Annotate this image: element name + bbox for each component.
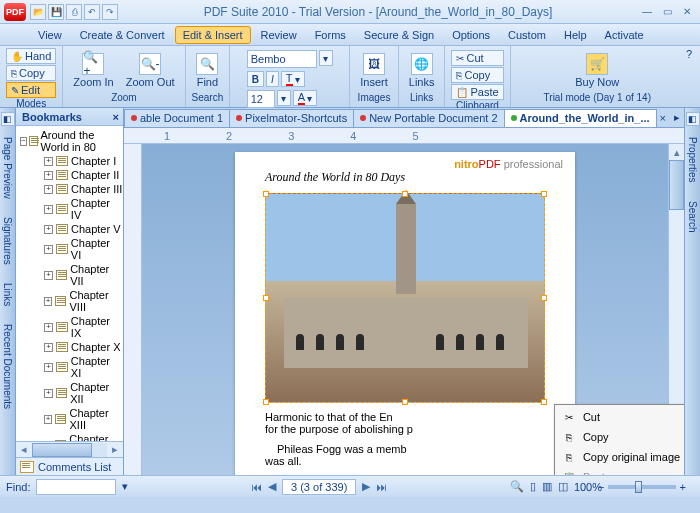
italic-button[interactable]: I xyxy=(266,71,279,87)
expand-icon[interactable]: + xyxy=(44,271,53,280)
menu-activate[interactable]: Activate xyxy=(597,26,652,44)
bookmark-item[interactable]: Chapter III xyxy=(71,183,122,195)
first-page-button[interactable]: ⏮ xyxy=(251,481,262,493)
menu-create-convert[interactable]: Create & Convert xyxy=(72,26,173,44)
find-input[interactable] xyxy=(36,479,116,495)
menu-review[interactable]: Review xyxy=(253,26,305,44)
qat-print-icon[interactable]: ⎙ xyxy=(66,4,82,20)
continuous-icon[interactable]: ▥ xyxy=(542,480,552,493)
ctx-cut[interactable]: ✂Cut xyxy=(557,407,684,427)
menu-custom[interactable]: Custom xyxy=(500,26,554,44)
expand-icon[interactable]: + xyxy=(44,343,53,352)
last-page-button[interactable]: ⏭ xyxy=(376,481,387,493)
expand-icon[interactable]: + xyxy=(44,185,53,194)
bookmark-root[interactable]: Around the World in 80 xyxy=(40,129,122,153)
edge-tab-page-preview[interactable]: Page Preview xyxy=(0,130,15,206)
menu-edit-insert[interactable]: Edit & Insert xyxy=(175,26,251,44)
ctx-copy[interactable]: ⎘Copy xyxy=(557,427,684,447)
comments-list-button[interactable]: Comments List xyxy=(38,461,111,473)
zoom-out-button[interactable]: 🔍-Zoom Out xyxy=(122,50,179,91)
bookmark-item[interactable]: Chapter VI xyxy=(71,237,123,261)
bookmark-item[interactable]: Chapter V xyxy=(71,223,121,235)
panel-toggle-icon[interactable]: ◧ xyxy=(1,112,15,126)
close-icon[interactable]: ✕ xyxy=(678,5,696,19)
sidebar-h-scroll[interactable]: ◂▸ xyxy=(16,441,123,457)
edge-tab-recent-documents[interactable]: Recent Documents xyxy=(0,317,15,416)
paste-button[interactable]: 📋 Paste xyxy=(451,84,503,100)
edit-tool-button[interactable]: ✎ Edit xyxy=(6,82,56,98)
document-tab[interactable]: New Portable Document 2 xyxy=(353,109,504,127)
hand-tool-button[interactable]: ✋ Hand xyxy=(6,48,56,64)
expand-icon[interactable]: + xyxy=(44,157,53,166)
qat-redo-icon[interactable]: ↷ xyxy=(102,4,118,20)
menu-forms[interactable]: Forms xyxy=(307,26,354,44)
bookmark-item[interactable]: Chapter XIII xyxy=(69,407,122,431)
next-page-button[interactable]: ▶ xyxy=(362,480,370,493)
bookmark-item[interactable]: Chapter I xyxy=(71,155,116,167)
expand-icon[interactable]: + xyxy=(44,245,53,254)
prev-page-button[interactable]: ◀ xyxy=(268,480,276,493)
chevron-down-icon[interactable]: ▾ xyxy=(319,50,333,66)
bookmark-item[interactable]: Chapter IV xyxy=(71,197,123,221)
expand-icon[interactable]: + xyxy=(44,297,52,306)
ctx-copy-original-image[interactable]: ⎘Copy original image xyxy=(557,447,684,467)
bookmark-item[interactable]: Chapter XI xyxy=(71,355,123,379)
cut-button[interactable]: ✂ Cut xyxy=(451,50,503,66)
copy-button[interactable]: ⎘ Copy xyxy=(451,67,503,83)
zoom-in-button[interactable]: 🔍+Zoom In xyxy=(69,50,117,91)
collapse-icon[interactable]: − xyxy=(20,137,27,146)
page-indicator[interactable]: 3 (3 of 339) xyxy=(282,479,356,495)
font-size-select[interactable]: 12 xyxy=(247,90,275,108)
bookmark-item[interactable]: Chapter VIII xyxy=(69,289,122,313)
bookmark-item[interactable]: Chapter II xyxy=(71,169,119,181)
links-button[interactable]: 🌐Links xyxy=(405,50,439,91)
single-page-icon[interactable]: ▯ xyxy=(530,480,536,493)
expand-icon[interactable]: + xyxy=(44,171,53,180)
maximize-icon[interactable]: ▭ xyxy=(658,5,676,19)
bookmark-item[interactable]: Chapter X xyxy=(71,341,121,353)
panel-close-icon[interactable]: × xyxy=(112,111,122,123)
insert-image-button[interactable]: 🖼Insert xyxy=(356,50,392,91)
edge-tab-links[interactable]: Links xyxy=(0,276,15,313)
bold-button[interactable]: B xyxy=(247,71,264,87)
qat-open-icon[interactable]: 📂 xyxy=(30,4,46,20)
bookmark-item[interactable]: Chapter XII xyxy=(70,381,123,405)
zoom-slider[interactable] xyxy=(608,485,676,489)
panel-toggle-icon[interactable]: ◧ xyxy=(686,112,700,126)
expand-icon[interactable]: + xyxy=(44,415,52,424)
find-options-icon[interactable]: ▾ xyxy=(122,480,128,493)
expand-icon[interactable]: + xyxy=(44,389,53,398)
tab-close-icon[interactable]: × xyxy=(656,112,670,124)
tab-overflow-icon[interactable]: ▸ xyxy=(670,111,684,124)
buy-now-button[interactable]: 🛒Buy Now xyxy=(571,50,623,91)
ribbon-help-icon[interactable]: ? xyxy=(686,48,692,60)
expand-icon[interactable]: + xyxy=(44,205,53,214)
font-color-button[interactable]: A▾ xyxy=(293,90,317,106)
edge-tab-search[interactable]: Search xyxy=(685,194,700,240)
expand-icon[interactable]: + xyxy=(44,323,53,332)
qat-save-icon[interactable]: 💾 xyxy=(48,4,64,20)
find-button[interactable]: 🔍Find xyxy=(192,50,222,91)
view-mode-icon[interactable]: 🔍 xyxy=(510,480,524,493)
menu-secure-sign[interactable]: Secure & Sign xyxy=(356,26,442,44)
text-color-button[interactable]: T▾ xyxy=(281,71,305,87)
expand-icon[interactable]: + xyxy=(44,363,53,372)
edge-tab-properties[interactable]: Properties xyxy=(685,130,700,190)
font-family-select[interactable]: Bembo xyxy=(247,50,317,68)
facing-icon[interactable]: ◫ xyxy=(558,480,568,493)
minimize-icon[interactable]: — xyxy=(638,5,656,19)
selected-image[interactable] xyxy=(265,193,545,403)
document-tab[interactable]: Around_the_World_in_... xyxy=(504,109,657,127)
menu-help[interactable]: Help xyxy=(556,26,595,44)
edge-tab-signatures[interactable]: Signatures xyxy=(0,210,15,272)
bookmark-item[interactable]: Chapter VII xyxy=(70,263,123,287)
expand-icon[interactable]: + xyxy=(44,225,53,234)
menu-view[interactable]: View xyxy=(30,26,70,44)
menu-options[interactable]: Options xyxy=(444,26,498,44)
bookmark-item[interactable]: Chapter IX xyxy=(71,315,123,339)
copy-tool-button[interactable]: ⎘ Copy xyxy=(6,65,56,81)
document-tab[interactable]: able Document 1 xyxy=(124,109,230,127)
bookmark-item[interactable]: Chapter XIV xyxy=(69,433,123,441)
document-tab[interactable]: Pixelmator-Shortcuts xyxy=(229,109,354,127)
qat-undo-icon[interactable]: ↶ xyxy=(84,4,100,20)
